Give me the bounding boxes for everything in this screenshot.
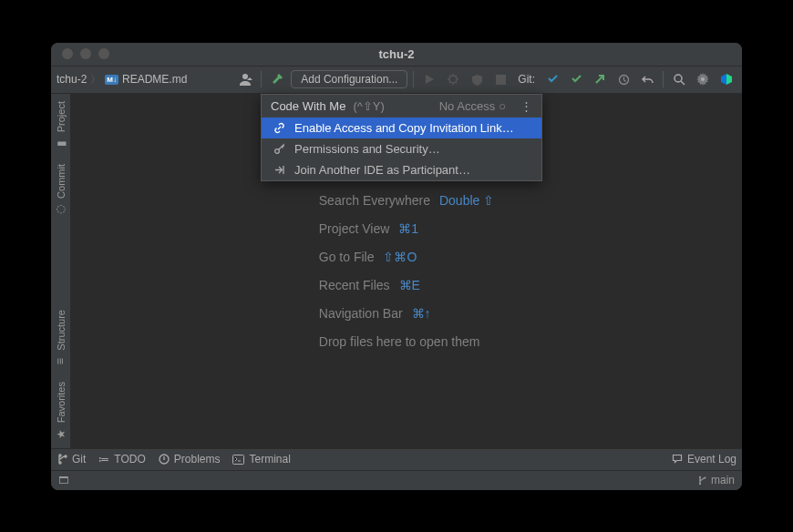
- warning-icon: [159, 454, 170, 465]
- rollback-icon[interactable]: [637, 69, 657, 89]
- svg-point-5: [274, 148, 279, 153]
- popup-item-enable-access[interactable]: Enable Access and Copy Invitation Link…: [262, 118, 541, 138]
- bottom-tool-bar: Git ≔ TODO Problems Terminal Event Log: [51, 448, 742, 470]
- status-dot-icon: ○: [499, 99, 506, 113]
- more-vertical-icon[interactable]: ⋮: [520, 99, 532, 113]
- popup-status: No Access ○: [439, 99, 506, 113]
- hint-go-to-file: Go to File ⇧⌘O: [319, 250, 417, 264]
- run-icon[interactable]: [419, 69, 439, 89]
- history-icon[interactable]: [613, 69, 633, 89]
- popup-header: Code With Me (^⇧Y) No Access ○ ⋮: [262, 95, 541, 118]
- user-dropdown-icon[interactable]: [235, 69, 255, 89]
- run-coverage-icon[interactable]: [467, 69, 487, 89]
- popup-item-permissions[interactable]: Permissions and Security…: [262, 138, 541, 159]
- folder-icon: ▮: [55, 139, 67, 146]
- window-controls: [62, 48, 109, 59]
- main-toolbar: tchu-2 〉 M↓ README.md Add Configuration.…: [51, 66, 742, 94]
- window-title: tchu-2: [51, 47, 742, 61]
- git-branch-widget[interactable]: main: [697, 474, 735, 486]
- markdown-file-icon: M↓: [105, 75, 118, 85]
- bottom-tab-git[interactable]: Git: [57, 453, 86, 466]
- star-icon: ★: [55, 429, 67, 439]
- popup-item-label: Permissions and Security…: [294, 142, 440, 156]
- commit-icon: ◌: [55, 205, 67, 214]
- left-tool-gutter: ▮ Project ◌ Commit ≡ Structure ★ Favorit…: [51, 94, 71, 448]
- editor-empty-state: Code With Me (^⇧Y) No Access ○ ⋮ Enable …: [71, 94, 742, 448]
- popup-item-join[interactable]: Join Another IDE as Participant…: [262, 159, 541, 180]
- svg-point-10: [704, 476, 705, 478]
- structure-icon: ≡: [54, 358, 67, 364]
- status-bar: 🗖 main: [51, 470, 742, 490]
- sidebar-tab-project[interactable]: ▮ Project: [51, 94, 70, 157]
- breadcrumb[interactable]: tchu-2 〉 M↓ README.md: [57, 72, 187, 87]
- sidebar-tab-commit[interactable]: ◌ Commit: [51, 157, 70, 223]
- join-arrow-icon: [273, 164, 285, 176]
- empty-state-hints: Search Everywhere Double ⇧ Project View …: [319, 193, 494, 349]
- popup-title: Code With Me: [271, 99, 345, 113]
- maximize-window-button[interactable]: [98, 48, 109, 59]
- branch-icon: [57, 454, 67, 465]
- svg-rect-7: [233, 455, 244, 464]
- link-icon: [273, 122, 285, 134]
- key-icon: [273, 143, 285, 155]
- ide-window: tchu-2 tchu-2 〉 M↓ README.md Add Configu…: [51, 43, 742, 490]
- bottom-tab-todo[interactable]: ≔ TODO: [98, 453, 145, 466]
- popup-item-label: Enable Access and Copy Invitation Link…: [294, 121, 514, 135]
- breadcrumb-file[interactable]: README.md: [122, 73, 187, 86]
- terminal-icon: [232, 455, 244, 465]
- minimize-window-button[interactable]: [80, 48, 91, 59]
- bottom-tab-event-log[interactable]: Event Log: [672, 453, 736, 466]
- sidebar-tab-structure[interactable]: ≡ Structure: [51, 302, 70, 375]
- tool-window-toggle-icon[interactable]: 🗖: [58, 475, 68, 486]
- svg-point-3: [675, 75, 682, 82]
- add-configuration-button[interactable]: Add Configuration...: [291, 70, 407, 88]
- popup-item-label: Join Another IDE as Participant…: [294, 163, 470, 177]
- settings-gear-icon[interactable]: [693, 69, 713, 89]
- git-commit-icon[interactable]: [566, 69, 586, 89]
- search-icon[interactable]: [669, 69, 689, 89]
- close-window-button[interactable]: [62, 48, 73, 59]
- stop-icon[interactable]: [490, 69, 510, 89]
- hint-project-view: Project View ⌘1: [319, 221, 418, 236]
- list-icon: ≔: [98, 453, 109, 466]
- hint-drop-files: Drop files here to open them: [319, 334, 480, 349]
- svg-point-8: [699, 476, 701, 477]
- hint-search-everywhere: Search Everywhere Double ⇧: [319, 193, 494, 208]
- separator: [261, 71, 262, 87]
- breadcrumb-project[interactable]: tchu-2: [57, 73, 87, 86]
- svg-point-9: [699, 483, 701, 485]
- speech-bubble-icon: [672, 454, 683, 465]
- separator: [413, 71, 414, 87]
- body-area: ▮ Project ◌ Commit ≡ Structure ★ Favorit…: [51, 94, 742, 448]
- git-label: Git:: [518, 73, 535, 86]
- debug-icon[interactable]: [443, 69, 463, 89]
- git-push-icon[interactable]: [590, 69, 610, 89]
- separator: [663, 71, 664, 87]
- sidebar-tab-favorites[interactable]: ★ Favorites: [51, 374, 70, 447]
- bottom-tab-problems[interactable]: Problems: [159, 453, 221, 466]
- popup-shortcut: (^⇧Y): [353, 99, 384, 113]
- svg-rect-1: [496, 75, 506, 85]
- code-with-me-icon[interactable]: [716, 69, 736, 89]
- build-hammer-icon[interactable]: [267, 69, 287, 89]
- git-update-icon[interactable]: [542, 69, 562, 89]
- titlebar: tchu-2: [51, 43, 742, 66]
- breadcrumb-separator: 〉: [90, 72, 101, 87]
- branch-icon: [697, 476, 707, 486]
- bottom-tab-terminal[interactable]: Terminal: [232, 453, 290, 466]
- hint-recent-files: Recent Files ⌘E: [319, 278, 420, 292]
- hint-navigation-bar: Navigation Bar ⌘↑: [319, 306, 431, 321]
- code-with-me-popup: Code With Me (^⇧Y) No Access ○ ⋮ Enable …: [261, 94, 542, 181]
